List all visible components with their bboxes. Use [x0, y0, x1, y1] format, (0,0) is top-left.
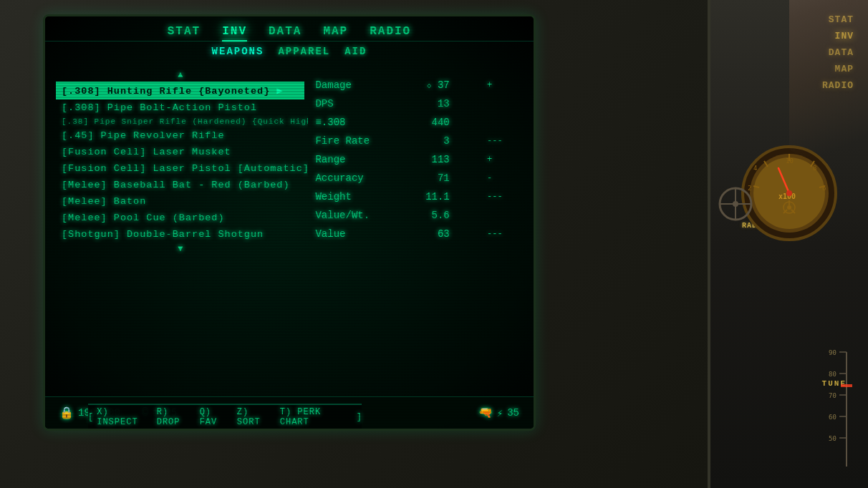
stat-row-range: Range 113 +	[315, 150, 519, 169]
right-nav-stat[interactable]: STAT	[822, 14, 854, 25]
list-item[interactable]: [Fusion Cell] Laser Pistol [Automatic]	[56, 160, 304, 177]
stat-label-value: Value	[315, 228, 380, 240]
right-nav: STAT INV DATA MAP RADIO	[822, 14, 854, 91]
weight-icon: 🔒	[59, 406, 74, 420]
pipboy-right: STAT INV DATA MAP RADIO RADS 10 8 6 4 2	[710, 0, 868, 488]
subtab-apparel[interactable]: APPAREL	[278, 46, 330, 57]
action-perk-chart[interactable]: T) PERK CHART	[280, 407, 353, 427]
right-nav-radio[interactable]: RADIO	[822, 80, 854, 91]
stat-label-dps: DPS	[315, 98, 380, 109]
list-item[interactable]: [.38] Pipe Sniper Rifle (Hardened) {Quic…	[56, 116, 304, 127]
scroll-down-arrow[interactable]: ▼	[56, 243, 304, 255]
stat-value-valuewt: 5.6	[414, 210, 450, 221]
right-nav-inv[interactable]: INV	[822, 31, 854, 42]
svg-point-15	[787, 205, 791, 210]
gauge-svg: 10 8 6 4 2 x100	[739, 143, 839, 243]
bracket-close: ]	[357, 412, 362, 422]
stat-label-range: Range	[315, 154, 380, 165]
svg-rect-36	[841, 384, 852, 387]
action-fav[interactable]: Q) FAV	[200, 407, 233, 427]
stat-row-damage: Damage ⬦ 37 +	[315, 76, 519, 94]
list-item[interactable]: [Fusion Cell] Laser Musket	[56, 144, 304, 160]
scroll-up-arrow[interactable]: ▲	[56, 69, 304, 82]
stats-panel: Damage ⬦ 37 + DPS 13 ≡.308	[308, 65, 526, 402]
stat-value-weight: 11.1	[414, 191, 450, 202]
weapon-list: ▲ [.308] Hunting Rifle {Bayoneted} ▶ [.3…	[52, 65, 308, 402]
stat-label-weight: Weight	[315, 191, 380, 202]
weapon-item-selected[interactable]: [.308] Hunting Rifle {Bayoneted} ▶	[56, 82, 304, 99]
stat-row-dps: DPS 13	[315, 94, 519, 113]
tab-map[interactable]: MAP	[323, 25, 348, 38]
svg-text:10: 10	[786, 157, 794, 165]
ammo-value: 35	[507, 407, 519, 419]
subtab-weapons[interactable]: WEAPONS	[212, 46, 264, 57]
stat-row-firerate: Fire Rate 3 ---	[315, 132, 519, 150]
stat-indicator-range: +	[483, 155, 519, 165]
list-item[interactable]: [.45] Pipe Revolver Rifle	[56, 127, 304, 144]
action-bar: [ X) INSPECT R) DROP Q) FAV Z) SORT T) P…	[88, 404, 362, 429]
stat-indicator-damage: +	[483, 80, 519, 90]
stat-value-accuracy: 71	[414, 172, 450, 184]
list-item[interactable]: [Shotgun] Double-Barrel Shotgun	[56, 226, 304, 243]
action-drop[interactable]: R) DROP	[157, 407, 196, 427]
tab-radio[interactable]: RADIO	[370, 25, 411, 38]
action-sort[interactable]: Z) SORT	[237, 407, 276, 427]
tab-stat[interactable]: STAT	[168, 25, 201, 38]
content-area: ▲ [.308] Hunting Rifle {Bayoneted} ▶ [.3…	[45, 62, 534, 402]
svg-text:70: 70	[829, 392, 836, 399]
list-item[interactable]: [Melee] Baton	[56, 193, 304, 210]
stat-label-ammo: ≡.308	[315, 117, 380, 128]
gun-icon: 🔫	[478, 406, 493, 420]
list-item[interactable]: [Melee] Baseball Bat - Red (Barbed)	[56, 177, 304, 193]
stat-indicator-weight: ---	[483, 192, 519, 202]
gauge-container: 10 8 6 4 2 x100	[739, 143, 854, 258]
right-scale: 90 80 70 60 50	[789, 345, 861, 474]
action-inspect[interactable]: X) INSPECT	[97, 407, 153, 427]
stat-value-firerate: 3	[414, 135, 450, 147]
screen: STAT INV DATA MAP RADIO WEAPONS APPAREL …	[43, 14, 536, 431]
stat-indicator-firerate: ---	[483, 136, 519, 146]
status-ammo: 🔫 ⚡ 35	[478, 406, 519, 420]
pipboy-body: STAT INV DATA MAP RADIO WEAPONS APPAREL …	[0, 0, 710, 488]
stat-value-dps: 13	[414, 98, 450, 109]
sub-tabs: WEAPONS APPAREL AID	[45, 42, 534, 62]
stat-label-damage: Damage	[315, 79, 380, 91]
svg-text:60: 60	[829, 414, 836, 421]
stat-label-accuracy: Accuracy	[315, 172, 380, 184]
svg-text:90: 90	[829, 349, 836, 356]
tab-data[interactable]: DATA	[269, 25, 302, 38]
nav-tabs: STAT INV DATA MAP RADIO	[45, 16, 534, 42]
bracket-open: [	[88, 412, 93, 422]
svg-text:80: 80	[829, 371, 836, 378]
stat-row-valuewt: Value/Wt. 5.6	[315, 206, 519, 225]
stat-row-accuracy: Accuracy 71 -	[315, 169, 519, 187]
svg-point-24	[733, 201, 738, 207]
stat-label-firerate: Fire Rate	[315, 135, 380, 147]
svg-text:6: 6	[822, 185, 826, 192]
stat-label-valuewt: Value/Wt.	[315, 210, 380, 221]
subtab-aid[interactable]: AID	[344, 46, 367, 57]
right-nav-map[interactable]: MAP	[822, 64, 854, 74]
right-nav-data[interactable]: DATA	[822, 47, 854, 58]
stat-indicator-accuracy: -	[483, 173, 519, 183]
stat-value-value: 63	[414, 228, 450, 240]
cursor-arrow: ▶	[276, 85, 283, 97]
stat-row-weight: Weight 11.1 ---	[315, 187, 519, 206]
svg-text:4: 4	[753, 165, 757, 172]
stat-row-value: Value 63 ---	[315, 225, 519, 243]
crosshair-icon	[718, 186, 753, 222]
tab-inv[interactable]: INV	[222, 25, 247, 38]
stat-row-ammo: ≡.308 440	[315, 113, 519, 132]
svg-text:8: 8	[813, 165, 816, 172]
svg-text:50: 50	[829, 435, 836, 442]
weapon-label-selected: [.308] Hunting Rifle {Bayoneted}	[62, 86, 270, 97]
list-item[interactable]: [.308] Pipe Bolt-Action Pistol	[56, 99, 304, 116]
stat-indicator-value: ---	[483, 229, 519, 239]
ammo-lightning: ⚡	[497, 407, 503, 419]
screen-inner: STAT INV DATA MAP RADIO WEAPONS APPAREL …	[45, 16, 534, 429]
list-item[interactable]: [Melee] Pool Cue (Barbed)	[56, 210, 304, 226]
scale-svg: 90 80 70 60 50	[789, 345, 861, 474]
stat-value-range: 113	[414, 154, 450, 165]
crosshair-control[interactable]	[718, 186, 753, 222]
stat-value-damage: ⬦ 37	[414, 79, 450, 91]
